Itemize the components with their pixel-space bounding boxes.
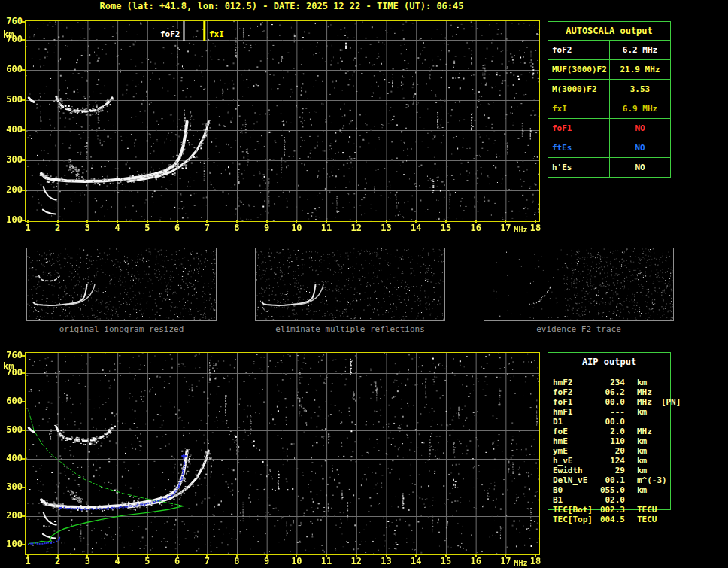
param-value: 004.5 [598, 515, 625, 524]
param-value: 21.9 MHz [610, 60, 670, 79]
y-tick-mark [22, 458, 25, 460]
y-tick-mark [22, 430, 25, 431]
x-tick-label: 11 [318, 223, 335, 233]
y-tick-label: 100 [0, 539, 23, 549]
x-tick-label: 5 [139, 223, 156, 233]
x-tick-label: 14 [408, 556, 424, 566]
y-tick-label: 500 [0, 424, 23, 435]
x-tick-label: 3 [79, 556, 96, 566]
x-tick-mark [505, 220, 506, 223]
param-unit: km [625, 378, 647, 387]
param-value: 6.9 MHz [610, 99, 670, 118]
param-unit: MHz [625, 397, 652, 407]
y-tick-label: 600 [0, 64, 23, 74]
param-tag [647, 436, 656, 446]
x-tick-label: 13 [378, 556, 395, 566]
x-tick-label: 12 [348, 556, 365, 566]
x-tick-mark [206, 220, 208, 223]
x-tick-mark [86, 220, 88, 223]
thumbnail-caption-3: evidence F2 trace [484, 324, 674, 334]
param-label: Ewidth [548, 466, 598, 475]
aip-row: TEC[Top]004.5TECU [548, 515, 670, 524]
fxi-marker-label: fxI [208, 29, 225, 39]
autoscala-table-title: AUTOSCALA output [548, 22, 670, 41]
y-tick-mark [22, 487, 25, 488]
x-tick-mark [117, 220, 118, 223]
param-label: TEC[Top] [548, 515, 598, 524]
param-label: foF1 [548, 119, 610, 138]
param-tag [657, 505, 666, 515]
param-value: NO [610, 138, 670, 157]
x-tick-label: 8 [229, 556, 245, 566]
aip-row: foF100.0MHz[PN] [548, 397, 670, 407]
param-unit: km [625, 456, 647, 466]
x-tick-label: 12 [348, 223, 365, 233]
autoscala-row: ftEsNO [548, 138, 670, 158]
x-tick-label: 1 [20, 223, 36, 233]
x-tick-mark [475, 554, 477, 557]
param-tag [647, 485, 656, 495]
param-tag [657, 515, 666, 524]
aip-table-title: AIP output [548, 353, 670, 372]
thumbnail-evidence-f2 [484, 248, 674, 321]
x-tick-mark [505, 554, 506, 557]
param-label: B0 [548, 485, 598, 495]
x-tick-label: 4 [109, 223, 126, 233]
param-unit: TECU [625, 515, 657, 524]
aip-row: DelN_vE00.1m^(-3) [548, 475, 670, 485]
x-tick-label: 9 [259, 556, 275, 566]
aip-row: TEC[Bot]002.3TECU [548, 505, 670, 515]
y-tick-mark [22, 544, 25, 545]
y-tick-label: 400 [0, 453, 23, 463]
x-axis-unit: MHz [514, 559, 527, 567]
thumbnail-evidence-canvas [484, 248, 673, 320]
param-unit: km [625, 466, 647, 475]
aip-output-table: AIP output hmF2234kmfoF206.2MHzfoF100.0M… [548, 352, 671, 510]
thumbnail-caption-1: original ionogram resized [26, 324, 217, 334]
autoscala-output-table: AUTOSCALA output foF26.2 MHzMUF(3000)F22… [548, 21, 671, 178]
aip-row: D100.0 [548, 417, 670, 427]
param-label: DelN_vE [548, 475, 598, 485]
x-tick-mark [386, 220, 387, 223]
param-label: foF2 [548, 41, 610, 59]
y-tick-label: 760 [0, 350, 23, 360]
x-tick-label: 11 [318, 556, 335, 566]
param-unit: km [625, 407, 647, 417]
param-value: 234 [598, 378, 625, 387]
x-tick-mark [475, 220, 477, 223]
autoscala-window: { "window": { "title": "Rome (lat: +41.8… [0, 0, 728, 568]
param-label: hmF2 [548, 378, 598, 387]
y-tick-label: 400 [0, 124, 23, 135]
param-unit: MHz [625, 387, 652, 397]
bottom-ionogram-canvas [26, 353, 539, 554]
param-value: 29 [598, 466, 625, 475]
aip-row: B102.0 [548, 495, 670, 505]
y-tick-mark [22, 190, 25, 191]
top-ionogram-plot [25, 20, 540, 222]
x-tick-mark [356, 220, 357, 223]
x-tick-mark [445, 220, 447, 223]
aip-row: Ewidth29km [548, 466, 670, 475]
x-tick-mark [326, 554, 327, 557]
param-label: h'Es [548, 158, 610, 177]
x-tick-label: 6 [169, 223, 186, 233]
x-tick-label: 17 [497, 556, 514, 566]
x-tick-label: 13 [378, 223, 395, 233]
x-tick-label: 2 [50, 223, 66, 233]
param-tag [647, 466, 656, 475]
param-value: 00.0 [598, 397, 625, 407]
x-tick-label: 10 [288, 556, 305, 566]
y-tick-mark [22, 515, 25, 517]
y-tick-mark [22, 39, 25, 41]
x-tick-label: 17 [497, 223, 514, 233]
x-tick-label: 7 [199, 556, 215, 566]
param-tag [652, 427, 661, 436]
x-tick-mark [117, 554, 118, 557]
param-value: 06.2 [598, 387, 625, 397]
param-unit: MHz [625, 427, 652, 436]
param-value: NO [610, 158, 670, 177]
y-tick-label: 760 [0, 16, 23, 26]
y-tick-mark [22, 355, 25, 357]
x-tick-label: 8 [229, 223, 245, 233]
param-unit: km [625, 446, 647, 456]
